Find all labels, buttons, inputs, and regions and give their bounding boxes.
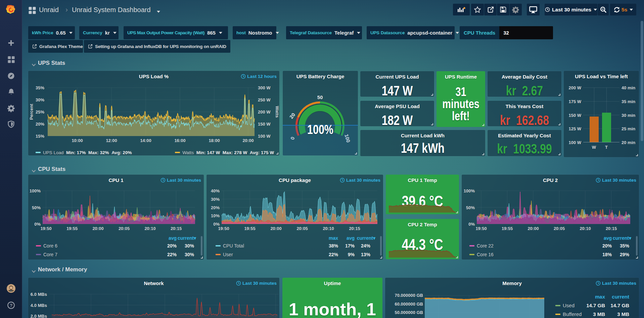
svg-text:20:10: 20:10 (323, 226, 334, 231)
svg-text:19:55: 19:55 (244, 226, 255, 231)
svg-text:15%: 15% (36, 134, 44, 139)
svg-text:20:15: 20:15 (349, 226, 360, 231)
svg-text:20:10: 20:10 (144, 226, 155, 231)
svg-text:20: 20 (288, 112, 296, 120)
svg-text:20:05: 20:05 (554, 226, 565, 231)
svg-text:50%: 50% (32, 205, 41, 210)
svg-text:4.0 MBs: 4.0 MBs (31, 303, 47, 308)
svg-text:100 W: 100 W (258, 134, 271, 139)
svg-text:19:55: 19:55 (502, 226, 513, 231)
svg-text:19:55: 19:55 (66, 226, 78, 231)
svg-text:125 W: 125 W (568, 126, 581, 131)
svg-text:2.0 MBs: 2.0 MBs (31, 314, 47, 318)
svg-text:?: ? (10, 303, 12, 308)
svg-text:16:00: 16:00 (174, 138, 185, 143)
svg-text:40 min: 40 min (622, 85, 635, 90)
svg-text:20:05: 20:05 (296, 226, 308, 231)
svg-text:18:00: 18:00 (209, 138, 220, 143)
svg-text:35 min: 35 min (622, 99, 635, 104)
svg-text:300 W: 300 W (258, 85, 271, 90)
svg-text:10%: 10% (211, 213, 220, 218)
svg-text:150 W: 150 W (568, 113, 581, 118)
svg-text:70.000000 GB: 70.000000 GB (395, 293, 423, 298)
svg-text:W: W (592, 145, 596, 150)
svg-text:Percent: Percent (29, 103, 34, 120)
svg-text:20 min: 20 min (622, 140, 635, 145)
svg-text:50.000000 GB: 50.000000 GB (395, 310, 423, 315)
svg-text:10:00: 10:00 (72, 138, 83, 143)
svg-text:0%: 0% (34, 222, 41, 227)
svg-text:100%: 100% (30, 188, 41, 193)
svg-text:T: T (605, 145, 608, 150)
svg-text:14:00: 14:00 (140, 138, 151, 143)
svg-text:20%: 20% (211, 205, 220, 210)
svg-text:20:00: 20:00 (270, 226, 281, 231)
svg-text:20:00: 20:00 (242, 138, 254, 143)
svg-text:19:50: 19:50 (475, 226, 487, 231)
svg-text:40%: 40% (211, 188, 220, 193)
svg-text:12:00: 12:00 (106, 138, 117, 143)
svg-text:100 W: 100 W (568, 140, 581, 145)
svg-text:30 min: 30 min (622, 113, 635, 118)
svg-text:35%: 35% (36, 85, 44, 90)
svg-text:100%: 100% (464, 188, 475, 193)
svg-text:25%: 25% (36, 109, 44, 115)
svg-text:20:05: 20:05 (119, 226, 130, 231)
svg-text:6.0 MBs: 6.0 MBs (31, 292, 47, 297)
svg-text:200 W: 200 W (568, 85, 581, 90)
svg-text:20:00: 20:00 (92, 226, 103, 231)
svg-text:150 W: 150 W (258, 122, 271, 127)
svg-text:19:50: 19:50 (218, 226, 229, 231)
svg-text:20:15: 20:15 (171, 226, 182, 231)
svg-text:60.000000 GB: 60.000000 GB (395, 302, 423, 307)
svg-text:0%: 0% (468, 222, 475, 227)
svg-text:Watts: Watts (275, 106, 279, 118)
svg-text:50%: 50% (466, 205, 475, 210)
svg-text:50: 50 (317, 94, 323, 100)
svg-text:19:50: 19:50 (40, 226, 51, 231)
svg-text:175 W: 175 W (568, 99, 581, 104)
svg-text:30%: 30% (211, 197, 220, 202)
svg-text:20:15: 20:15 (606, 226, 617, 231)
svg-text:25 min: 25 min (622, 126, 635, 131)
svg-text:30%: 30% (36, 97, 44, 102)
svg-text:250 W: 250 W (258, 97, 271, 102)
svg-text:200 W: 200 W (258, 109, 271, 115)
svg-text:20:00: 20:00 (527, 226, 539, 231)
svg-text:20%: 20% (36, 122, 44, 127)
svg-text:20:10: 20:10 (580, 226, 591, 231)
